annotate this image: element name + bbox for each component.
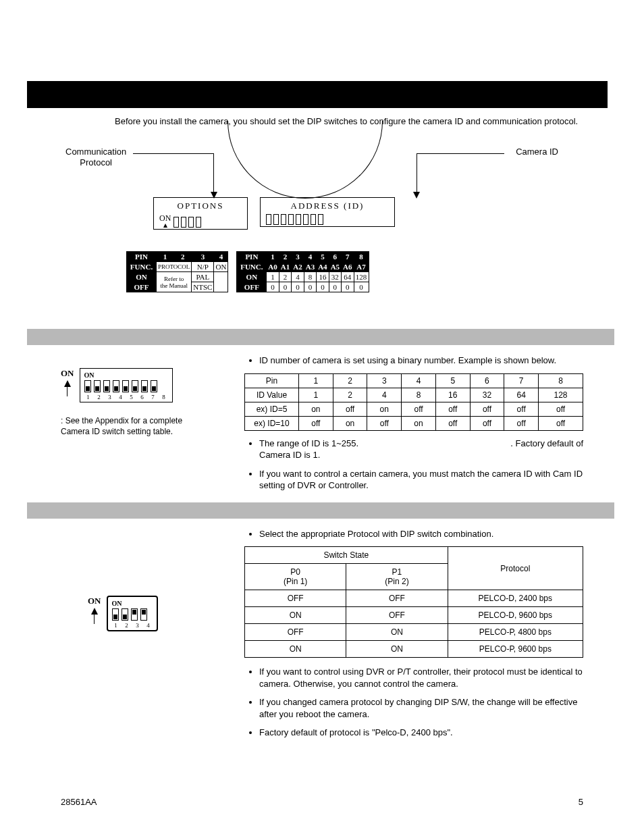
- td: on: [402, 416, 436, 430]
- td: 1: [299, 388, 333, 402]
- cell: 2: [279, 272, 291, 282]
- th: Switch State: [245, 547, 448, 564]
- td: off: [299, 416, 333, 430]
- cell: A3: [304, 262, 316, 272]
- arrow-up-icon: [163, 224, 167, 228]
- txt: Refer to: [164, 276, 184, 282]
- dip-switch: [122, 380, 129, 392]
- td: off: [402, 402, 436, 416]
- cell: 64: [342, 272, 354, 282]
- td: OFF: [346, 607, 448, 624]
- td: ex) ID=5: [245, 402, 299, 416]
- options-dip-block: OPTIONS ON: [153, 197, 248, 230]
- num: 3: [106, 394, 114, 400]
- table-row: ex) ID=10 off on off on off off off off: [245, 416, 583, 430]
- cell: FUNC.: [127, 262, 157, 272]
- num: 7: [149, 394, 157, 400]
- cell: 5: [317, 252, 329, 262]
- camera-id-dip-drawing: ON ON: [61, 368, 236, 402]
- td: off: [504, 402, 539, 416]
- cell: A0: [267, 262, 279, 272]
- cell: 6: [329, 252, 341, 262]
- cell: 0: [317, 282, 329, 292]
- cell: A5: [329, 262, 341, 272]
- td: ON: [245, 641, 346, 658]
- label-comm-line2: Protocol: [80, 157, 112, 167]
- dip-switch: [122, 608, 128, 621]
- num: 1: [112, 622, 120, 629]
- cell: ON: [214, 262, 228, 272]
- cell: N/P: [192, 262, 214, 272]
- bullet: ID number of camera is set using a binar…: [259, 355, 583, 367]
- td: off: [504, 416, 539, 430]
- td: 128: [539, 388, 583, 402]
- num: 2: [95, 394, 103, 400]
- label-comm-line1: Communication: [65, 147, 126, 157]
- td: 8: [402, 388, 436, 402]
- camera-bottom-arc: [227, 121, 383, 199]
- num: 1: [84, 394, 92, 400]
- dip-switch: [311, 214, 316, 225]
- callout-line-right: [417, 153, 504, 194]
- dip-switch: [188, 217, 194, 228]
- cell: 4: [292, 272, 304, 282]
- td: OFF: [346, 590, 448, 607]
- bullet: The range of ID is 1~255. . Factory defa…: [259, 438, 583, 461]
- bullet: Factory default of protocol is "Pelco-D,…: [259, 727, 583, 739]
- dip-switch: [131, 608, 138, 621]
- txt: P0: [290, 567, 300, 577]
- num: 4: [144, 622, 153, 629]
- cell: 1: [267, 272, 279, 282]
- on-label: ON: [88, 596, 101, 606]
- num: 3: [134, 622, 142, 629]
- cell: PROTOCOL: [157, 262, 192, 272]
- dip-diagram: Communication Protocol Camera ID OPTIONS…: [86, 133, 558, 322]
- table-row: ON OFF PELCO-D, 9600 bps: [245, 607, 583, 624]
- cell: 3: [292, 252, 304, 262]
- th: P1 (Pin 2): [346, 564, 448, 590]
- section-bar-protocol: [27, 502, 614, 519]
- on-label: ON: [159, 214, 171, 222]
- dip-switch: [288, 214, 294, 225]
- footer-doc-id: 28561AA: [61, 797, 97, 807]
- num: 4: [117, 394, 125, 400]
- td: 64: [504, 388, 539, 402]
- th: 3: [367, 373, 402, 388]
- bullet-text: ID number of camera is set using a binar…: [259, 355, 556, 365]
- bullet: If you want to control a certain camera,…: [259, 468, 583, 492]
- cell: 0: [267, 282, 279, 292]
- cell: FUNC.: [237, 262, 267, 272]
- table-row: ex) ID=5 on off on off off off off off: [245, 402, 583, 416]
- cell: 8: [304, 272, 316, 282]
- cell: 2: [279, 252, 291, 262]
- num: 5: [128, 394, 136, 400]
- table-row: ON ON PELCO-P, 9600 bps: [245, 641, 583, 658]
- th: 7: [504, 373, 539, 388]
- th: P0 (Pin 1): [245, 564, 346, 590]
- cell: 1: [157, 252, 174, 262]
- th: 1: [299, 373, 333, 388]
- dip-switch: [132, 380, 138, 392]
- footer-page-number: 5: [579, 797, 583, 807]
- bullet: If you want to control using DVR or P/T …: [259, 666, 583, 689]
- callout-line-left: [133, 153, 214, 194]
- td: on: [333, 416, 367, 430]
- td: on: [299, 402, 333, 416]
- bullet: Select the appropriate Protocol with DIP…: [259, 528, 583, 540]
- appendix-line1: : See the Appendix for a complete: [61, 416, 182, 425]
- cell: ON: [127, 272, 157, 282]
- options-ref-table: PIN 1 2 3 4 FUNC. PROTOCOL N/P ON ON Ref…: [126, 251, 228, 292]
- dip-on-label: ON: [112, 600, 153, 607]
- td: 16: [435, 388, 470, 402]
- label-communication-protocol: Communication Protocol: [65, 147, 126, 167]
- dip-switch: [141, 380, 148, 392]
- txt: P1: [392, 567, 402, 577]
- txt: (Pin 1): [284, 577, 307, 586]
- table-row: OFF ON PELCO-P, 4800 bps: [245, 624, 583, 641]
- options-title: OPTIONS: [159, 201, 242, 211]
- td: 2: [333, 388, 367, 402]
- address-dip-block: ADDRESS (ID): [260, 197, 395, 227]
- td: off: [367, 416, 402, 430]
- label-camera-id: Camera ID: [516, 147, 558, 157]
- protocol-table: Switch State Protocol P0 (Pin 1) P1 (Pin…: [244, 546, 583, 658]
